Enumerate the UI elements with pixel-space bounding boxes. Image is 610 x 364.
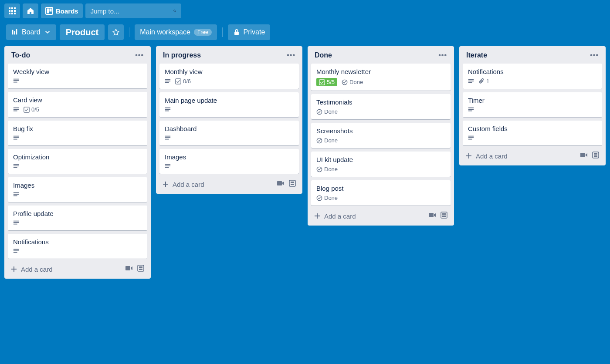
visibility-button[interactable]: Private <box>228 24 271 40</box>
done-badge: Done <box>316 166 338 172</box>
star-button[interactable] <box>108 24 124 40</box>
card[interactable]: Card view 0/5 <box>8 92 147 117</box>
card[interactable]: Images <box>159 149 299 174</box>
divider <box>129 27 129 37</box>
description-badge <box>468 135 474 141</box>
card-badges: 1 <box>468 78 597 84</box>
list-footer-icons <box>125 265 145 273</box>
card[interactable]: Notifications <box>8 234 147 259</box>
video-icon[interactable] <box>580 152 587 160</box>
card[interactable]: Notifications 1 <box>463 64 602 89</box>
card-badges: 0/6 <box>165 78 294 84</box>
card[interactable]: Timer <box>463 92 602 117</box>
card-badges <box>13 78 142 84</box>
list-menu-button[interactable]: ••• <box>590 51 599 59</box>
card-badges: 0/5 <box>13 106 142 113</box>
card-badges <box>13 163 142 169</box>
card[interactable]: Profile update <box>8 206 147 230</box>
done-badge: Done <box>316 137 338 144</box>
description-badge <box>13 107 19 113</box>
list-menu-button[interactable]: ••• <box>287 51 295 59</box>
list-title[interactable]: In progress <box>163 51 201 59</box>
card[interactable]: Blog post Done <box>311 180 451 206</box>
template-icon[interactable] <box>288 180 296 189</box>
card-badges <box>165 135 294 141</box>
card-title: Card view <box>13 96 142 104</box>
board-view-switcher[interactable]: Board <box>6 24 56 40</box>
video-icon[interactable] <box>428 212 436 220</box>
card[interactable]: UI kit update Done <box>311 152 451 177</box>
list-title[interactable]: Iterate <box>466 51 487 59</box>
board-header: Board Product Main workspace Free Privat… <box>0 22 610 46</box>
template-icon[interactable] <box>440 212 448 220</box>
add-card-label: Add a card <box>21 266 53 273</box>
card[interactable]: Weekly view <box>8 64 147 88</box>
card-badges <box>13 135 142 141</box>
card-title: Images <box>13 182 142 189</box>
list-menu-button[interactable]: ••• <box>438 51 447 59</box>
card[interactable]: Monthly newsletter 5/5Done <box>311 64 451 91</box>
template-icon[interactable] <box>592 152 600 160</box>
done-label: Done <box>324 166 338 172</box>
top-nav: Boards <box>0 0 610 22</box>
add-card-button[interactable]: Add a card <box>162 181 204 188</box>
list-title[interactable]: Done <box>315 51 332 59</box>
card-list: Monthly newsletter 5/5Done Testimonials … <box>311 64 451 206</box>
board-title[interactable]: Product <box>60 24 105 40</box>
card-badges <box>13 192 142 198</box>
list-footer: Add a card <box>463 150 602 162</box>
card-list: Monthly view 0/6 Main page update Dashbo… <box>159 64 299 174</box>
done-badge: Done <box>316 195 338 201</box>
workspace-button[interactable]: Main workspace Free <box>135 24 217 40</box>
list: Iterate ••• Notifications 1 Timer Custom… <box>459 46 606 165</box>
board-canvas[interactable]: To-do ••• Weekly view Card view 0/5 Bug … <box>0 46 610 279</box>
card-title: Profile update <box>13 210 142 217</box>
apps-button[interactable] <box>4 3 20 18</box>
done-badge: Done <box>316 108 338 115</box>
list-footer-icons <box>580 152 600 160</box>
list-menu-button[interactable]: ••• <box>135 51 144 59</box>
card-badges <box>468 107 597 113</box>
card[interactable]: Main page update <box>159 92 299 117</box>
description-badge <box>468 107 474 113</box>
template-icon[interactable] <box>137 265 145 273</box>
add-card-label: Add a card <box>476 152 508 160</box>
done-label: Done <box>349 79 363 85</box>
video-icon[interactable] <box>276 180 284 189</box>
add-card-button[interactable]: Add a card <box>314 212 356 220</box>
add-card-button[interactable]: Add a card <box>10 266 53 273</box>
list-title[interactable]: To-do <box>11 51 30 59</box>
list: In progress ••• Monthly view 0/6 Main pa… <box>156 46 302 194</box>
card-title: Images <box>165 153 294 161</box>
workspace-tag: Free <box>194 29 212 36</box>
home-button[interactable] <box>23 3 38 18</box>
lock-icon <box>233 29 240 36</box>
search-box[interactable] <box>85 3 181 18</box>
card[interactable]: Custom fields <box>463 121 602 145</box>
checklist-badge: 5/5 <box>316 78 337 86</box>
card[interactable]: Dashboard <box>159 121 299 145</box>
list-header: Done ••• <box>311 50 451 64</box>
apps-icon <box>8 7 16 15</box>
search-input[interactable] <box>91 7 173 15</box>
card-badges: Done <box>316 108 445 115</box>
card[interactable]: Screenshots Done <box>311 123 451 148</box>
card-title: Optimization <box>13 153 142 161</box>
card[interactable]: Optimization <box>8 149 147 174</box>
card[interactable]: Images <box>8 177 147 202</box>
card-badges: Done <box>316 195 445 201</box>
card[interactable]: Monthly view 0/6 <box>159 64 299 89</box>
list-footer: Add a card <box>311 210 451 222</box>
board-view-label: Board <box>22 28 41 36</box>
done-label: Done <box>324 108 338 115</box>
card[interactable]: Bug fix <box>8 121 147 145</box>
video-icon[interactable] <box>125 265 132 273</box>
chevron-down-icon <box>44 29 51 36</box>
card-badges <box>13 220 142 226</box>
description-badge <box>13 163 19 169</box>
add-card-button[interactable]: Add a card <box>465 152 508 160</box>
boards-label: Boards <box>56 7 78 15</box>
card[interactable]: Testimonials Done <box>311 94 451 119</box>
boards-button[interactable]: Boards <box>41 3 83 18</box>
card-badges <box>468 135 597 141</box>
